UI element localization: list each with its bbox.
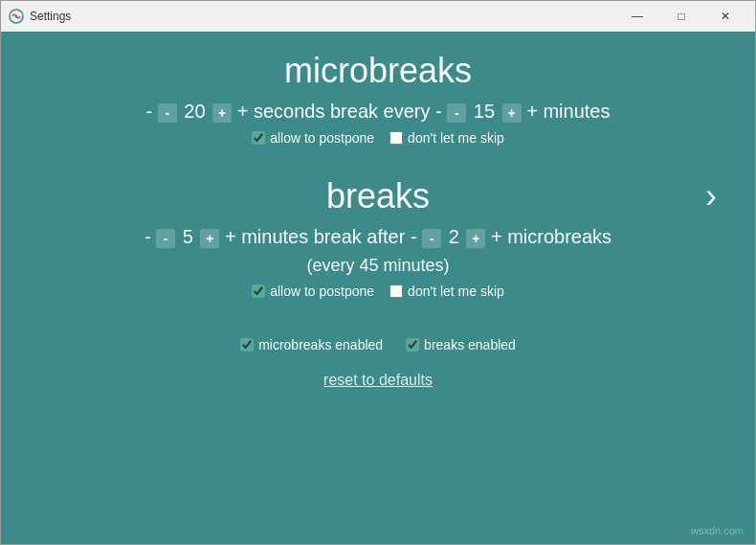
breaks-enabled-label[interactable]: breaks enabled	[406, 337, 516, 352]
window-title: Settings	[30, 10, 615, 23]
microbreaks-interval-plus[interactable]: +	[502, 103, 522, 123]
microbreaks-interval-value: 15	[474, 101, 495, 122]
watermark: wsxdn.com	[691, 525, 744, 536]
breaks-duration-minus[interactable]: -	[156, 229, 175, 248]
breaks-enabled-text: breaks enabled	[424, 337, 516, 352]
microbreaks-duration-plus[interactable]: +	[212, 103, 232, 123]
breaks-enabled-checkbox[interactable]	[406, 338, 419, 352]
microbreaks-desc-middle: + seconds break every -	[237, 101, 448, 122]
breaks-duration-value: 5	[183, 226, 193, 247]
microbreaks-section: microbreaks - - 20 + + seconds break eve…	[39, 51, 717, 169]
breaks-title: breaks	[326, 176, 430, 216]
breaks-duration-plus[interactable]: +	[200, 229, 219, 248]
breaks-desc-middle: + minutes break after -	[225, 226, 422, 247]
breaks-chevron-right[interactable]: ›	[705, 176, 717, 216]
breaks-after-value: 2	[449, 226, 459, 247]
microbreaks-enabled-checkbox[interactable]	[240, 338, 254, 352]
microbreaks-desc: - - 20 + + seconds break every - - 15 + …	[146, 101, 611, 123]
microbreaks-enabled-label[interactable]: microbreaks enabled	[240, 337, 383, 352]
reset-button[interactable]: reset to defaults	[323, 372, 433, 389]
breaks-after-minus[interactable]: -	[422, 229, 441, 248]
microbreaks-postpone-checkbox[interactable]	[252, 131, 265, 145]
microbreaks-skip-text: don't let me skip	[408, 130, 504, 146]
minimize-button[interactable]: —	[615, 1, 659, 32]
settings-window: Settings — □ ✕ microbreaks - - 20 + + se…	[0, 0, 756, 545]
maximize-button[interactable]: □	[659, 1, 703, 32]
breaks-after-plus[interactable]: +	[466, 229, 485, 248]
svg-point-1	[15, 15, 18, 18]
close-button[interactable]: ✕	[703, 1, 747, 32]
microbreaks-skip-checkbox[interactable]	[389, 131, 403, 145]
main-content: microbreaks - - 20 + + seconds break eve…	[1, 32, 755, 544]
title-bar: Settings — □ ✕	[1, 1, 755, 32]
breaks-skip-label[interactable]: don't let me skip	[389, 284, 504, 299]
microbreaks-skip-label[interactable]: don't let me skip	[389, 130, 504, 146]
breaks-desc-prefix: -	[145, 226, 156, 247]
breaks-desc-suffix: + microbreaks	[491, 226, 611, 247]
microbreaks-desc-suffix: + minutes	[526, 101, 610, 122]
microbreaks-interval-minus[interactable]: -	[447, 103, 466, 123]
breaks-section: breaks › - - 5 + + minutes break after -…	[39, 176, 717, 322]
microbreaks-enabled-text: microbreaks enabled	[258, 337, 383, 352]
breaks-options: allow to postpone don't let me skip	[252, 284, 504, 299]
microbreaks-duration-value: 20	[184, 101, 205, 122]
bottom-options: microbreaks enabled breaks enabled	[240, 337, 516, 352]
microbreaks-desc-prefix: -	[146, 101, 158, 122]
breaks-postpone-text: allow to postpone	[270, 284, 374, 299]
breaks-sub-note: (every 45 minutes)	[306, 256, 449, 276]
microbreaks-title: microbreaks	[284, 51, 472, 91]
breaks-skip-checkbox[interactable]	[389, 284, 403, 298]
breaks-header: breaks ›	[39, 176, 717, 216]
microbreaks-postpone-text: allow to postpone	[270, 130, 374, 146]
app-icon	[9, 9, 24, 24]
breaks-skip-text: don't let me skip	[408, 284, 504, 299]
breaks-postpone-label[interactable]: allow to postpone	[252, 284, 374, 299]
breaks-postpone-checkbox[interactable]	[252, 284, 265, 298]
breaks-desc: - - 5 + + minutes break after - - 2 + + …	[145, 226, 611, 248]
microbreaks-postpone-label[interactable]: allow to postpone	[252, 130, 374, 146]
microbreaks-duration-minus[interactable]: -	[158, 103, 177, 123]
microbreaks-options: allow to postpone don't let me skip	[252, 130, 504, 146]
window-controls: — □ ✕	[615, 1, 747, 32]
